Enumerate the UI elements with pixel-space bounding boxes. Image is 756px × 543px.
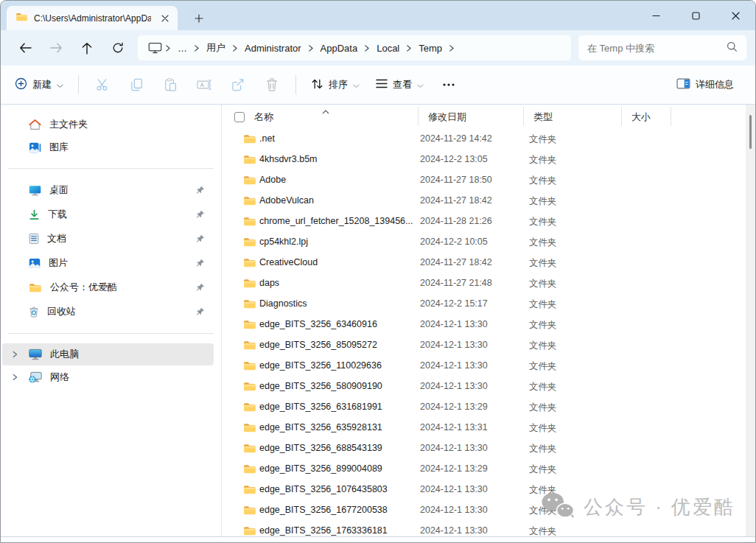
sidebar-item-下载[interactable]: 下载 bbox=[2, 203, 214, 226]
explorer-tab[interactable]: C:\Users\Administrator\AppDa bbox=[7, 6, 178, 30]
breadcrumb-chevron-icon[interactable] bbox=[363, 45, 371, 52]
table-row[interactable]: 4khsdvr3.b5m2024-12-2 13:05文件夹 bbox=[222, 150, 755, 170]
scrollbar-thumb[interactable] bbox=[749, 115, 752, 149]
table-row[interactable]: edge_BITS_3256_6359281312024-12-1 13:31文… bbox=[222, 418, 755, 438]
folder-icon bbox=[243, 175, 256, 188]
delete-button[interactable] bbox=[255, 71, 289, 98]
more-options-button[interactable] bbox=[432, 71, 466, 98]
sidebar-item-文档[interactable]: 文档 bbox=[2, 227, 214, 251]
file-modified-date: 2024-12-1 13:30 bbox=[420, 484, 488, 494]
details-label: 详细信息 bbox=[696, 78, 734, 91]
table-row[interactable]: CreativeCloud2024-11-27 18:42文件夹 bbox=[222, 253, 755, 273]
breadcrumb-collapsed[interactable]: … bbox=[172, 43, 192, 54]
details-pane-button[interactable]: 详细信息 bbox=[668, 71, 742, 98]
file-modified-date: 2024-12-1 13:30 bbox=[420, 381, 488, 391]
column-header-size[interactable]: 大小 bbox=[631, 111, 651, 124]
select-all-checkbox[interactable] bbox=[234, 112, 245, 122]
sidebar-item-此电脑[interactable]: 此电脑 bbox=[2, 343, 214, 365]
breadcrumb-item[interactable]: 用户 bbox=[201, 41, 231, 55]
sidebar-item-主文件夹[interactable]: 主文件夹 bbox=[2, 113, 214, 136]
view-button[interactable]: 查看 bbox=[368, 71, 432, 98]
paste-button[interactable] bbox=[153, 71, 187, 98]
chevron-right-icon[interactable] bbox=[11, 374, 18, 381]
table-row[interactable]: edge_BITS_3256_8990040892024-12-1 13:29文… bbox=[222, 459, 755, 480]
sidebar-item-桌面[interactable]: 桌面 bbox=[2, 178, 214, 202]
search-icon[interactable] bbox=[727, 41, 738, 55]
file-modified-date: 2024-12-2 15:17 bbox=[420, 298, 488, 309]
forward-button[interactable] bbox=[41, 35, 71, 61]
chevron-right-icon[interactable] bbox=[11, 351, 18, 358]
table-row[interactable]: edge_BITS_3256_6316819912024-12-1 13:29文… bbox=[222, 397, 755, 418]
file-name: AdobeVulcan bbox=[259, 195, 314, 206]
vertical-scrollbar[interactable] bbox=[746, 105, 755, 536]
table-row[interactable]: edge_BITS_3256_16772005382024-12-1 13:30… bbox=[222, 500, 755, 521]
file-name: edge_BITS_3256_63460916 bbox=[259, 319, 377, 329]
sort-button[interactable]: 排序 bbox=[303, 71, 368, 98]
column-header-name[interactable]: 名称 bbox=[254, 111, 273, 124]
breadcrumb-chevron-icon[interactable] bbox=[447, 45, 456, 52]
table-row[interactable]: edge_BITS_3256_634609162024-12-1 13:30文件… bbox=[222, 315, 755, 335]
sidebar-item-回收站[interactable]: 回收站 bbox=[2, 300, 214, 323]
close-button[interactable] bbox=[715, 1, 755, 30]
breadcrumb-chevron-icon[interactable] bbox=[192, 45, 201, 52]
breadcrumb-item[interactable]: Local bbox=[371, 43, 405, 54]
breadcrumb-item[interactable]: Temp bbox=[413, 43, 447, 54]
close-tab-icon[interactable] bbox=[157, 10, 173, 27]
column-header-modified[interactable]: 修改日期 bbox=[428, 111, 466, 124]
table-row[interactable]: Adobe2024-11-27 18:50文件夹 bbox=[222, 170, 755, 191]
breadcrumb[interactable]: …用户AdministratorAppDataLocalTemp bbox=[138, 35, 571, 60]
share-button[interactable] bbox=[221, 71, 255, 98]
file-modified-date: 2024-12-1 13:31 bbox=[420, 422, 488, 432]
sidebar-item-公众号：优爱酷[interactable]: 公众号：优爱酷 bbox=[2, 276, 214, 299]
table-row[interactable]: edge_BITS_3256_5809091902024-12-1 13:30文… bbox=[222, 376, 755, 397]
folder-icon bbox=[243, 257, 256, 270]
breadcrumb-chevron-icon[interactable] bbox=[307, 45, 315, 52]
breadcrumb-item[interactable]: AppData bbox=[315, 43, 363, 54]
search-input[interactable] bbox=[587, 43, 727, 54]
file-name: edge_BITS_3256_1763336181 bbox=[259, 525, 388, 536]
column-header-type[interactable]: 类型 bbox=[533, 111, 553, 124]
table-row[interactable]: .net2024-11-29 14:42文件夹 bbox=[222, 129, 755, 150]
view-label: 查看 bbox=[393, 78, 412, 91]
file-modified-date: 2024-11-28 21:26 bbox=[420, 216, 492, 226]
rename-button[interactable] bbox=[187, 71, 221, 98]
column-divider[interactable] bbox=[418, 107, 419, 126]
column-divider[interactable] bbox=[523, 107, 524, 126]
file-type: 文件夹 bbox=[529, 463, 557, 476]
breadcrumb-item[interactable]: Administrator bbox=[239, 43, 307, 54]
pin-icon bbox=[196, 186, 205, 195]
cut-button[interactable] bbox=[85, 71, 119, 98]
refresh-button[interactable] bbox=[102, 35, 133, 61]
this-pc-monitor-icon[interactable] bbox=[144, 42, 164, 54]
maximize-button[interactable] bbox=[676, 1, 715, 30]
table-row[interactable]: edge_BITS_3256_10764358032024-12-1 13:30… bbox=[222, 480, 755, 500]
new-button[interactable]: 新建 bbox=[7, 71, 71, 98]
copy-button[interactable] bbox=[119, 71, 153, 98]
table-row[interactable]: chrome_url_fetcher_15208_139456...2024-1… bbox=[222, 211, 755, 232]
table-row[interactable]: daps2024-11-27 21:48文件夹 bbox=[222, 273, 755, 294]
breadcrumb-chevron-icon[interactable] bbox=[231, 45, 239, 52]
column-divider[interactable] bbox=[671, 107, 671, 126]
column-divider[interactable] bbox=[621, 107, 622, 126]
search-box[interactable] bbox=[578, 35, 746, 60]
table-row[interactable]: cp54khl2.lpj2024-12-2 10:05文件夹 bbox=[222, 232, 755, 253]
table-row[interactable]: edge_BITS_3256_1100296362024-12-1 13:30文… bbox=[222, 356, 755, 376]
table-row[interactable]: Diagnostics2024-12-2 15:17文件夹 bbox=[222, 294, 755, 315]
sidebar-item-图库[interactable]: 图库 bbox=[2, 136, 214, 158]
sidebar-item-网络[interactable]: 网络 bbox=[2, 366, 214, 388]
back-button[interactable] bbox=[10, 35, 41, 61]
minimize-button[interactable] bbox=[636, 1, 676, 30]
gallery-icon bbox=[29, 142, 41, 153]
new-tab-button[interactable] bbox=[188, 7, 210, 29]
sidebar-item-图片[interactable]: 图片 bbox=[2, 251, 214, 275]
breadcrumb-chevron-icon[interactable] bbox=[164, 45, 172, 52]
folder-icon bbox=[29, 282, 42, 293]
table-row[interactable]: edge_BITS_3256_6885431392024-12-1 13:30文… bbox=[222, 438, 755, 459]
table-row[interactable]: AdobeVulcan2024-11-27 18:42文件夹 bbox=[222, 191, 755, 211]
breadcrumb-chevron-icon[interactable] bbox=[405, 45, 413, 52]
up-button[interactable] bbox=[71, 35, 102, 61]
table-row[interactable]: edge_BITS_3256_17633361812024-12-1 13:30… bbox=[222, 521, 755, 536]
table-row[interactable]: edge_BITS_3256_850952722024-12-1 13:30文件… bbox=[222, 335, 755, 356]
sort-ascending-icon bbox=[322, 105, 329, 116]
chevron-down-icon bbox=[353, 80, 360, 91]
